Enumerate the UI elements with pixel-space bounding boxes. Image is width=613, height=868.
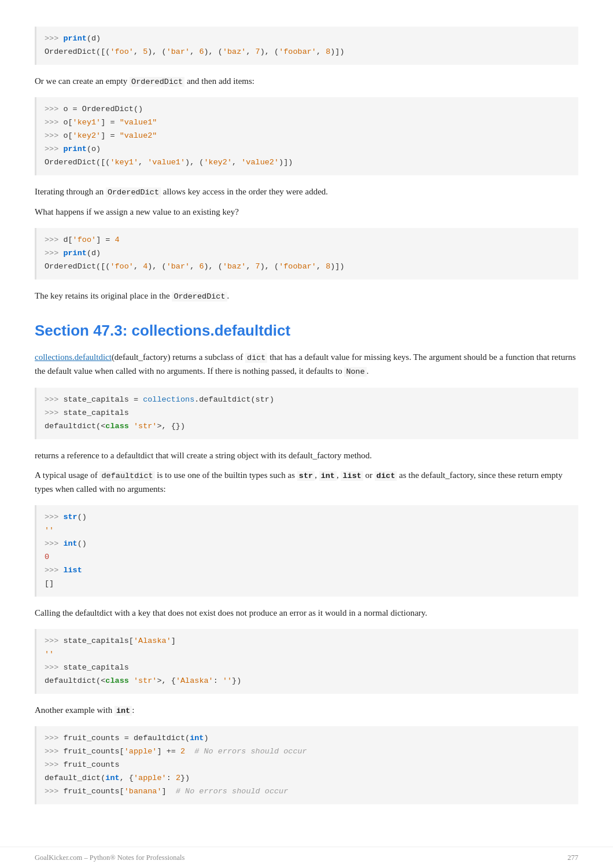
code-block-7: >>> fruit_counts = defaultdict(int) >>> … (35, 726, 578, 804)
code-block-1: >>> print(d) OrderedDict([('foo', 5), ('… (35, 27, 578, 65)
inline-ordered-dict-2: OrderedDict (106, 187, 161, 197)
code-block-3: >>> d['foo'] = 4 >>> print(d) OrderedDic… (35, 228, 578, 279)
inline-ordered-dict: OrderedDict (130, 77, 184, 87)
para-typical-usage: A typical usage of defaultdict is to use… (35, 468, 578, 496)
para-ordered-dict-create: Or we can create an empty OrderedDict an… (35, 74, 578, 89)
para-assign-question: What happens if we assign a new value to… (35, 205, 578, 219)
footer-right: 277 (567, 852, 578, 863)
inline-ordered-dict-3: OrderedDict (172, 292, 227, 301)
section-heading-47-3: Section 47.3: collections.defaultdict (35, 319, 578, 343)
output-line: OrderedDict([('foo', 5), ('bar', 6), ('b… (45, 47, 345, 56)
para-another-example: Another example with int: (35, 703, 578, 718)
para-defaultdict-desc: collections.defaultdict(default_factory)… (35, 350, 578, 378)
inline-int-2: int (115, 706, 132, 716)
prompt: >>> (45, 34, 63, 43)
inline-list: list (341, 471, 363, 481)
para-iterating: Iterating through an OrderedDict allows … (35, 185, 578, 199)
para-key-retains: The key retains its original place in th… (35, 289, 578, 303)
footer: GoalKicker.com – Python® Notes for Profe… (0, 847, 613, 868)
footer-left: GoalKicker.com – Python® Notes for Profe… (35, 852, 184, 863)
code-block-6: >>> state_capitals['Alaska'] '' >>> stat… (35, 629, 578, 694)
code-block-4: >>> state_capitals = collections.default… (35, 388, 578, 439)
inline-dict: dict (245, 353, 267, 363)
inline-str: str (297, 471, 315, 481)
desc-text-1: (default_factory) returns a subclass of … (35, 352, 576, 376)
para-returns-ref: returns a reference to a defaultdict tha… (35, 448, 578, 462)
kw-print: print (63, 34, 87, 43)
inline-int: int (319, 471, 337, 481)
inline-defaultdict: defaultdict (99, 471, 154, 481)
inline-dict-2: dict (375, 471, 397, 481)
collections-defaultdict-link[interactable]: collections.defaultdict (35, 352, 112, 362)
para-calling-defaultdict: Calling the defaultdict with a key that … (35, 606, 578, 620)
code-text: (d) (87, 34, 101, 43)
code-block-2: >>> o = OrderedDict() >>> o['key1'] = "v… (35, 97, 578, 175)
inline-none: None (344, 367, 366, 377)
code-block-5: >>> str() '' >>> int() 0 >>> list [] (35, 505, 578, 597)
